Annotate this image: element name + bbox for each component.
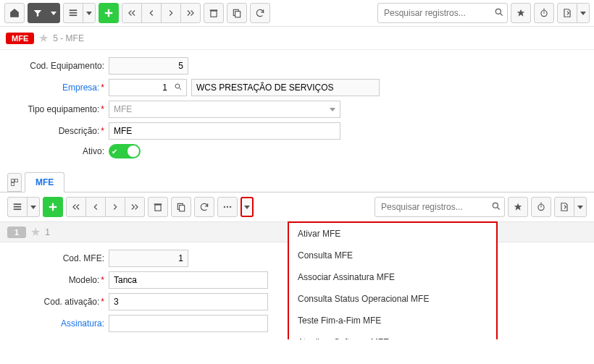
- header-title: 5 - MFE: [53, 33, 84, 43]
- top-search-input[interactable]: [382, 7, 494, 19]
- sub-search-box[interactable]: [375, 197, 505, 217]
- sub-export-button[interactable]: [554, 197, 574, 217]
- svg-point-31: [493, 203, 498, 208]
- filter-caret-button[interactable]: [47, 3, 60, 23]
- svg-rect-6: [210, 9, 218, 11]
- dropdown-item-atualizar-software-mfe[interactable]: Atualizar Software MFE: [289, 331, 496, 339]
- dropdown-item-associar-assinatura-mfe[interactable]: Associar Assinatura MFE: [289, 266, 496, 288]
- svg-point-28: [224, 206, 225, 208]
- sub-header-badge: 1: [7, 227, 26, 238]
- input-empresa-nome: [191, 79, 380, 96]
- sub-timer-button[interactable]: [531, 197, 551, 217]
- svg-point-29: [227, 206, 228, 208]
- header-row: MFE ★ 5 - MFE: [0, 27, 594, 50]
- lookup-empresa[interactable]: [109, 79, 187, 96]
- sub-next-button[interactable]: [105, 197, 125, 217]
- export-caret-button[interactable]: [577, 3, 590, 23]
- dropdown-item-teste-fim-a-fim-mfe[interactable]: Teste Fim-a-Fim MFE: [289, 310, 496, 331]
- search-icon[interactable]: [170, 82, 186, 93]
- sub-header-title: 1: [45, 227, 50, 237]
- svg-line-10: [501, 13, 503, 15]
- favorite-button[interactable]: [511, 3, 531, 23]
- sub-delete-button[interactable]: [148, 197, 168, 217]
- svg-point-9: [495, 9, 501, 14]
- sub-copy-button[interactable]: [171, 197, 191, 217]
- label-cod-ativacao: Cod. ativação:*: [7, 297, 109, 307]
- top-search-box[interactable]: [377, 3, 508, 23]
- sub-search-input[interactable]: [380, 201, 491, 213]
- actions-dropdown: Ativar MFE Consulta MFE Associar Assinat…: [288, 221, 498, 339]
- dropdown-item-consulta-mfe[interactable]: Consulta MFE: [289, 245, 496, 266]
- timer-button[interactable]: [534, 3, 554, 23]
- svg-point-14: [175, 84, 180, 88]
- refresh-button[interactable]: [250, 3, 270, 23]
- label-modelo: Modelo:*: [7, 275, 109, 285]
- svg-rect-34: [540, 203, 542, 203]
- sub-prev-button[interactable]: [85, 197, 106, 217]
- svg-rect-4: [105, 12, 113, 14]
- svg-rect-17: [15, 179, 18, 182]
- svg-rect-23: [49, 206, 57, 208]
- tab-expand-button[interactable]: [7, 173, 22, 192]
- svg-rect-27: [180, 206, 185, 211]
- input-descricao[interactable]: [109, 122, 340, 140]
- svg-rect-2: [70, 14, 78, 16]
- svg-rect-0: [70, 9, 78, 11]
- check-icon: ✔: [112, 148, 117, 156]
- select-tipo-equipamento[interactable]: MFE: [109, 101, 340, 118]
- prev-button[interactable]: [141, 3, 162, 23]
- last-button[interactable]: [180, 3, 201, 23]
- svg-rect-25: [154, 203, 162, 205]
- top-toolbar: [0, 0, 594, 27]
- filter-button[interactable]: [28, 3, 48, 23]
- svg-rect-8: [235, 12, 240, 17]
- export-button[interactable]: [557, 3, 577, 23]
- input-cod-mfe[interactable]: [109, 250, 188, 267]
- input-assinatura[interactable]: [109, 315, 268, 332]
- tab-mfe[interactable]: MFE: [25, 172, 64, 192]
- sub-add-button[interactable]: [43, 197, 63, 217]
- input-empresa-id[interactable]: [109, 80, 170, 96]
- svg-rect-16: [12, 179, 14, 182]
- chevron-down-icon: [330, 108, 335, 111]
- header-badge: MFE: [6, 33, 34, 44]
- svg-rect-20: [14, 206, 22, 208]
- sub-export-caret-button[interactable]: [574, 197, 587, 217]
- label-descricao: Descrição:*: [7, 126, 109, 136]
- label-cod-mfe: Cod. MFE:: [7, 253, 109, 263]
- sub-first-button[interactable]: [66, 197, 86, 217]
- first-button[interactable]: [122, 3, 142, 23]
- tab-strip: MFE: [0, 166, 594, 192]
- label-cod-equipamento: Cod. Equipamento:: [7, 61, 109, 71]
- copy-button[interactable]: [227, 3, 247, 23]
- sub-favorite-button[interactable]: [508, 197, 528, 217]
- sub-list-button[interactable]: [7, 197, 28, 217]
- svg-line-15: [180, 88, 182, 90]
- sub-refresh-button[interactable]: [194, 197, 214, 217]
- label-assinatura[interactable]: Assinatura:: [7, 318, 109, 329]
- label-empresa[interactable]: Empresa:*: [7, 82, 109, 93]
- sub-actions-caret-button[interactable]: [240, 197, 254, 217]
- list-caret-button[interactable]: [83, 3, 96, 23]
- toggle-ativo[interactable]: ✔: [109, 144, 141, 158]
- home-button[interactable]: [4, 3, 25, 23]
- input-cod-ativacao[interactable]: [109, 293, 268, 310]
- sub-list-caret-button[interactable]: [27, 197, 40, 217]
- dropdown-item-ativar-mfe[interactable]: Ativar MFE: [289, 223, 496, 245]
- search-icon[interactable]: [494, 7, 504, 20]
- star-icon[interactable]: ★: [30, 225, 41, 239]
- sub-more-button[interactable]: [217, 197, 238, 217]
- search-icon[interactable]: [491, 201, 501, 213]
- delete-button[interactable]: [204, 3, 224, 23]
- input-cod-equipamento[interactable]: [109, 57, 188, 75]
- list-button[interactable]: [63, 3, 83, 23]
- next-button[interactable]: [161, 3, 181, 23]
- svg-rect-12: [543, 9, 545, 9]
- svg-rect-18: [12, 183, 14, 186]
- input-modelo[interactable]: [109, 271, 268, 289]
- svg-rect-1: [70, 12, 78, 14]
- sub-last-button[interactable]: [125, 197, 145, 217]
- star-icon[interactable]: ★: [38, 31, 49, 45]
- dropdown-item-consulta-status-operacional-mfe[interactable]: Consulta Status Operacional MFE: [289, 288, 496, 310]
- add-button[interactable]: [99, 3, 119, 23]
